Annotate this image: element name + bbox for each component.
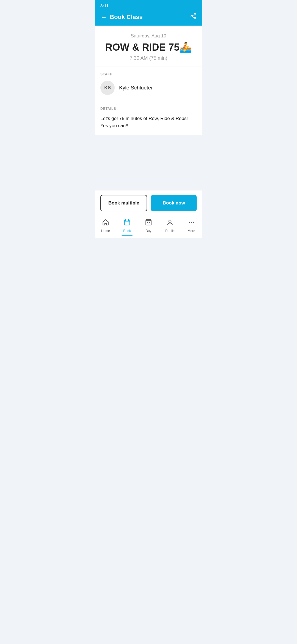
more-icon (188, 219, 195, 228)
svg-line-3 (193, 17, 194, 18)
staff-row: KS Kyle Schlueter (100, 81, 197, 95)
header-left: ← Book Class (100, 13, 143, 21)
buy-icon (145, 219, 152, 228)
svg-point-1 (191, 15, 193, 17)
bottom-nav: Home Book Buy (95, 216, 202, 238)
class-info-section: Saturday, Aug 10 ROW & RIDE 75🚣 7:30 AM … (95, 26, 202, 135)
svg-point-10 (169, 220, 171, 222)
book-icon (123, 219, 131, 228)
staff-name: Kyle Schlueter (119, 85, 153, 91)
details-section: DETAILS Let's go! 75 minutes of Row, Rid… (95, 101, 202, 135)
nav-item-book[interactable]: Book (116, 219, 138, 233)
details-text: Let's go! 75 minutes of Row, Ride & Reps… (100, 115, 197, 130)
status-time: 3:11 (100, 3, 109, 8)
nav-item-more[interactable]: More (181, 219, 202, 233)
class-time: 7:30 AM (75 min) (100, 55, 197, 61)
class-name: ROW & RIDE 75🚣 (100, 42, 197, 53)
book-multiple-button[interactable]: Book multiple (100, 195, 147, 211)
svg-point-13 (193, 222, 194, 223)
nav-label-book: Book (123, 229, 131, 233)
svg-point-12 (191, 222, 192, 223)
svg-point-0 (194, 13, 196, 15)
svg-point-2 (194, 17, 196, 19)
staff-avatar: KS (100, 81, 115, 95)
staff-initials: KS (104, 85, 111, 91)
staff-label: STAFF (100, 72, 197, 76)
nav-label-more: More (188, 229, 195, 233)
content-spacer (95, 135, 202, 190)
book-now-button[interactable]: Book now (151, 195, 197, 211)
svg-point-11 (189, 222, 190, 223)
nav-label-buy: Buy (146, 229, 152, 233)
back-button[interactable]: ← (100, 14, 107, 20)
profile-icon (166, 219, 174, 228)
nav-item-home[interactable]: Home (95, 219, 116, 233)
share-button[interactable] (190, 13, 197, 21)
class-date: Saturday, Aug 10 (100, 33, 197, 39)
class-info: Saturday, Aug 10 ROW & RIDE 75🚣 7:30 AM … (95, 26, 202, 67)
action-buttons: Book multiple Book now (95, 190, 202, 216)
details-label: DETAILS (100, 107, 197, 111)
status-bar: 3:11 (95, 0, 202, 10)
nav-label-profile: Profile (165, 229, 175, 233)
nav-label-home: Home (101, 229, 110, 233)
svg-rect-5 (124, 220, 130, 225)
svg-line-4 (193, 15, 194, 16)
nav-item-buy[interactable]: Buy (138, 219, 159, 233)
home-icon (102, 219, 109, 228)
staff-section: STAFF KS Kyle Schlueter (95, 67, 202, 101)
page-title: Book Class (110, 13, 143, 21)
header: ← Book Class (95, 10, 202, 26)
nav-item-profile[interactable]: Profile (159, 219, 181, 233)
page-wrapper: 3:11 ← Book Class Saturday, Aug 10 ROW &… (95, 0, 202, 238)
